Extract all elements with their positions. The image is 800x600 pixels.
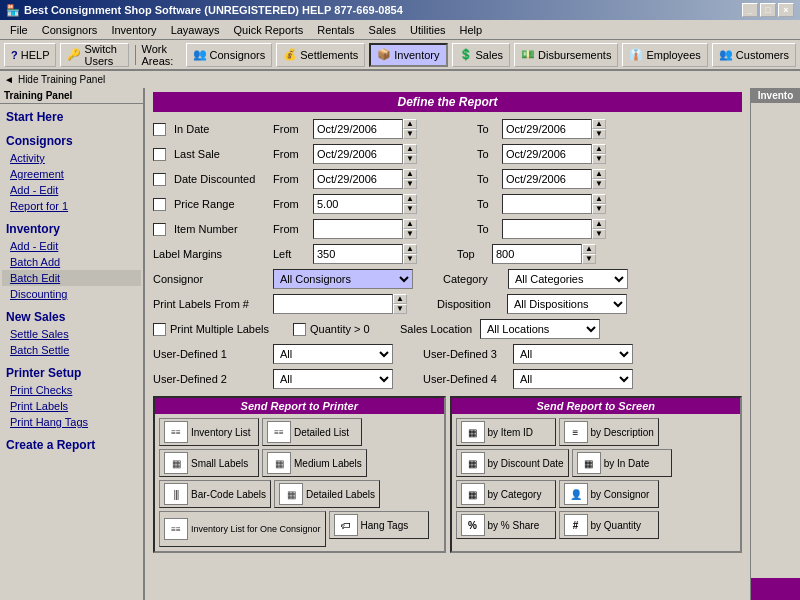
item-number-to-input[interactable]: [502, 219, 592, 239]
date-discounted-to-spin-up[interactable]: ▲: [592, 169, 606, 179]
in-date-to-spinners[interactable]: ▲ ▼: [592, 119, 606, 139]
sidebar-item-report-for-1[interactable]: Report for 1: [2, 198, 141, 214]
in-date-to-spin-down[interactable]: ▼: [592, 129, 606, 139]
price-range-to-spin-down[interactable]: ▼: [592, 204, 606, 214]
menu-sales[interactable]: Sales: [363, 23, 403, 37]
disbursements-button[interactable]: 💵 Disbursements: [514, 43, 618, 67]
last-sale-to-input[interactable]: [502, 144, 592, 164]
by-description-button[interactable]: ≡ by Description: [559, 418, 659, 446]
menu-help[interactable]: Help: [454, 23, 489, 37]
sidebar-item-discounting[interactable]: Discounting: [2, 286, 141, 302]
bar-code-labels-button[interactable]: ||| Bar-Code Labels: [159, 480, 271, 508]
last-sale-to-spinners[interactable]: ▲ ▼: [592, 144, 606, 164]
in-date-from-spin-up[interactable]: ▲: [403, 119, 417, 129]
settlements-toolbar-button[interactable]: 💰 Settlements: [276, 43, 365, 67]
sidebar-item-print-hang-tags[interactable]: Print Hang Tags: [2, 414, 141, 430]
sidebar-item-batch-settle[interactable]: Batch Settle: [2, 342, 141, 358]
print-labels-from-spinners[interactable]: ▲ ▼: [393, 294, 407, 314]
sidebar-item-print-labels[interactable]: Print Labels: [2, 398, 141, 414]
detailed-labels-button[interactable]: ▦ Detailed Labels: [274, 480, 380, 508]
in-date-to-spin-up[interactable]: ▲: [592, 119, 606, 129]
item-number-checkbox[interactable]: [153, 223, 166, 236]
price-range-to-spinners[interactable]: ▲ ▼: [592, 194, 606, 214]
label-margins-left-input[interactable]: [313, 244, 403, 264]
label-margins-top-spin-up[interactable]: ▲: [582, 244, 596, 254]
date-discounted-from-spinners[interactable]: ▲ ▼: [403, 169, 417, 189]
last-sale-from-spinners[interactable]: ▲ ▼: [403, 144, 417, 164]
user-defined-1-select[interactable]: All: [273, 344, 393, 364]
label-margins-top-input[interactable]: [492, 244, 582, 264]
last-sale-from-spin-up[interactable]: ▲: [403, 144, 417, 154]
menu-layaways[interactable]: Layaways: [165, 23, 226, 37]
price-range-from-spinners[interactable]: ▲ ▼: [403, 194, 417, 214]
date-discounted-to-spinners[interactable]: ▲ ▼: [592, 169, 606, 189]
by-quantity-button[interactable]: # by Quantity: [559, 511, 659, 539]
disposition-select[interactable]: All Dispositions: [507, 294, 627, 314]
date-discounted-from-spin-down[interactable]: ▼: [403, 179, 417, 189]
label-margins-left-spin-down[interactable]: ▼: [403, 254, 417, 264]
small-labels-button[interactable]: ▦ Small Labels: [159, 449, 259, 477]
hide-training-panel-bar[interactable]: ◄ Hide Training Panel: [0, 70, 800, 88]
menu-consignors[interactable]: Consignors: [36, 23, 104, 37]
inventory-toolbar-button[interactable]: 📦 Inventory: [369, 43, 447, 67]
menu-file[interactable]: File: [4, 23, 34, 37]
by-discount-date-button[interactable]: ▦ by Discount Date: [456, 449, 569, 477]
in-date-from-input[interactable]: [313, 119, 403, 139]
customers-button[interactable]: 👥 Customers: [712, 43, 796, 67]
print-labels-from-spin-down[interactable]: ▼: [393, 304, 407, 314]
user-defined-2-select[interactable]: All: [273, 369, 393, 389]
in-date-from-spinners[interactable]: ▲ ▼: [403, 119, 417, 139]
menu-rentals[interactable]: Rentals: [311, 23, 360, 37]
item-number-from-spin-down[interactable]: ▼: [403, 229, 417, 239]
last-sale-from-spin-down[interactable]: ▼: [403, 154, 417, 164]
sidebar-item-print-checks[interactable]: Print Checks: [2, 382, 141, 398]
price-range-to-input[interactable]: [502, 194, 592, 214]
menu-quick-reports[interactable]: Quick Reports: [228, 23, 310, 37]
consignor-select[interactable]: All Consignors: [273, 269, 413, 289]
user-defined-4-select[interactable]: All: [513, 369, 633, 389]
by-percent-share-button[interactable]: % by % Share: [456, 511, 556, 539]
item-number-to-spin-up[interactable]: ▲: [592, 219, 606, 229]
sidebar-item-batch-add[interactable]: Batch Add: [2, 254, 141, 270]
switch-users-button[interactable]: 🔑 Switch Users: [60, 43, 128, 67]
in-date-to-input[interactable]: [502, 119, 592, 139]
by-category-button[interactable]: ▦ by Category: [456, 480, 556, 508]
hang-tags-button[interactable]: 🏷 Hang Tags: [329, 511, 429, 539]
sidebar-item-batch-edit[interactable]: Batch Edit: [2, 270, 141, 286]
employees-button[interactable]: 👔 Employees: [622, 43, 707, 67]
item-number-from-spin-up[interactable]: ▲: [403, 219, 417, 229]
print-multiple-labels-checkbox[interactable]: [153, 323, 166, 336]
last-sale-from-input[interactable]: [313, 144, 403, 164]
close-button[interactable]: ×: [778, 3, 794, 17]
medium-labels-button[interactable]: ▦ Medium Labels: [262, 449, 367, 477]
label-margins-left-spin-up[interactable]: ▲: [403, 244, 417, 254]
sidebar-item-settle-sales[interactable]: Settle Sales: [2, 326, 141, 342]
in-date-checkbox[interactable]: [153, 123, 166, 136]
item-number-from-input[interactable]: [313, 219, 403, 239]
print-labels-from-spin-up[interactable]: ▲: [393, 294, 407, 304]
menu-utilities[interactable]: Utilities: [404, 23, 451, 37]
maximize-button[interactable]: □: [760, 3, 776, 17]
price-range-from-spin-down[interactable]: ▼: [403, 204, 417, 214]
sidebar-item-activity[interactable]: Activity: [2, 150, 141, 166]
title-bar-buttons[interactable]: _ □ ×: [742, 3, 794, 17]
item-number-from-spinners[interactable]: ▲ ▼: [403, 219, 417, 239]
user-defined-3-select[interactable]: All: [513, 344, 633, 364]
print-labels-from-input[interactable]: [273, 294, 393, 314]
sidebar-item-add-edit-inventory[interactable]: Add - Edit: [2, 238, 141, 254]
label-margins-top-spin-down[interactable]: ▼: [582, 254, 596, 264]
price-range-to-spin-up[interactable]: ▲: [592, 194, 606, 204]
category-select[interactable]: All Categories: [508, 269, 628, 289]
date-discounted-from-spin-up[interactable]: ▲: [403, 169, 417, 179]
label-margins-top-spinners[interactable]: ▲ ▼: [582, 244, 596, 264]
quantity-greater-checkbox[interactable]: [293, 323, 306, 336]
by-item-id-button[interactable]: ▦ by Item ID: [456, 418, 556, 446]
detailed-list-button[interactable]: ≡≡ Detailed List: [262, 418, 362, 446]
by-in-date-button[interactable]: ▦ by In Date: [572, 449, 672, 477]
sidebar-item-agreement[interactable]: Agreement: [2, 166, 141, 182]
date-discounted-to-spin-down[interactable]: ▼: [592, 179, 606, 189]
menu-inventory[interactable]: Inventory: [105, 23, 162, 37]
inventory-list-one-consignor-button[interactable]: ≡≡ Inventory List for One Consignor: [159, 511, 326, 547]
minimize-button[interactable]: _: [742, 3, 758, 17]
price-range-from-spin-up[interactable]: ▲: [403, 194, 417, 204]
